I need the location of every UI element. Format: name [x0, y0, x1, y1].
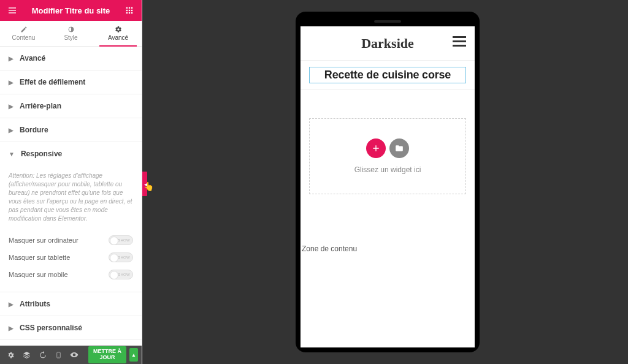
accordion-custom-css[interactable]: ▶ CSS personnalisé [0, 316, 142, 339]
accordion-label: CSS personnalisé [20, 324, 82, 332]
svg-rect-6 [126, 10, 128, 11]
menu-icon[interactable] [5, 3, 20, 18]
tab-content[interactable]: Contenu [0, 21, 47, 46]
accordion-attributes[interactable]: ▶ Attributs [0, 292, 142, 316]
hide-tablet-toggle[interactable]: SHOW [109, 252, 133, 262]
svg-rect-1 [9, 10, 16, 10]
accordion-border[interactable]: ▶ Bordure [0, 118, 142, 142]
hide-desktop-row: Masquer sur ordinateur SHOW [9, 232, 133, 249]
accordion-responsive-body: Attention: Les réglages d'affichage (aff… [0, 165, 142, 292]
editor-panel: Modifier Titre du site Contenu Style Ava… [0, 0, 142, 364]
svg-rect-5 [131, 7, 132, 9]
panel-footer: METTRE À JOUR ▲ [0, 346, 142, 364]
chevron-down-icon: ▼ [9, 151, 15, 157]
hide-desktop-toggle[interactable]: SHOW [109, 235, 133, 245]
tab-advanced-label: Avancé [108, 34, 128, 41]
chevron-right-icon: ▶ [9, 79, 13, 86]
accordion-label: Bordure [20, 126, 48, 134]
preview-icon[interactable] [67, 348, 81, 362]
chevron-right-icon: ▶ [9, 127, 13, 134]
tab-content-label: Contenu [12, 34, 36, 41]
add-widget-button[interactable] [366, 138, 386, 158]
tab-advanced[interactable]: Avancé [94, 21, 142, 46]
svg-rect-0 [9, 7, 16, 8]
accordion-label: Arrière-plan [20, 102, 61, 110]
svg-rect-3 [126, 7, 128, 9]
device-screen: Darkside Recette de cuisine corse Gliss [301, 26, 475, 347]
accordion-background[interactable]: ▶ Arrière-plan [0, 94, 142, 118]
panel-header: Modifier Titre du site [0, 0, 142, 21]
responsive-warning: Attention: Les réglages d'affichage (aff… [9, 172, 133, 223]
update-button[interactable]: METTRE À JOUR [88, 346, 126, 363]
history-icon[interactable] [36, 348, 49, 362]
dropzone-actions [366, 138, 409, 158]
accordion-responsive[interactable]: ▼ Responsive [0, 142, 142, 165]
navigator-icon[interactable] [20, 348, 33, 362]
panel-body: ▶ Avancé ▶ Effet de défilement ▶ Arrière… [0, 47, 142, 346]
device-speaker [301, 17, 475, 26]
svg-rect-7 [129, 10, 130, 11]
hide-tablet-label: Masquer sur tablette [9, 254, 70, 261]
dropzone-hint: Glissez un widget ici [354, 165, 421, 174]
settings-icon[interactable] [4, 348, 17, 362]
hide-mobile-row: Masquer sur mobile SHOW [9, 266, 133, 283]
accordion-scroll-effect[interactable]: ▶ Effet de défilement [0, 70, 142, 94]
chevron-right-icon: ▶ [9, 325, 13, 332]
panel-title: Modifier Titre du site [20, 6, 122, 15]
hide-mobile-toggle[interactable]: SHOW [109, 270, 133, 279]
page-title[interactable]: Recette de cuisine corse [309, 67, 466, 83]
accordion-label: Responsive [21, 150, 62, 158]
accordion-label: Attributs [20, 300, 50, 308]
panel-tabs: Contenu Style Avancé [0, 21, 142, 47]
hide-mobile-label: Masquer sur mobile [9, 271, 68, 278]
hide-tablet-row: Masquer sur tablette SHOW [9, 249, 133, 266]
site-header: Darkside [301, 26, 475, 61]
chevron-right-icon: ▶ [9, 55, 13, 62]
svg-rect-8 [131, 10, 132, 11]
template-library-button[interactable] [389, 138, 409, 158]
update-options-caret[interactable]: ▲ [129, 348, 138, 362]
accordion-label: Avancé [20, 54, 45, 63]
accordion-label: Effet de défilement [20, 78, 85, 86]
svg-rect-9 [126, 12, 128, 13]
hamburger-icon[interactable] [453, 36, 466, 47]
responsive-mode-icon[interactable] [52, 348, 65, 362]
chevron-right-icon: ▶ [9, 103, 13, 110]
chevron-right-icon: ▶ [9, 301, 13, 308]
apps-icon[interactable] [122, 3, 137, 18]
svg-rect-2 [9, 12, 16, 13]
hide-desktop-label: Masquer sur ordinateur [9, 237, 78, 244]
accordion-advanced[interactable]: ▶ Avancé [0, 47, 142, 70]
device-frame: Darkside Recette de cuisine corse Gliss [296, 12, 480, 352]
svg-rect-4 [129, 7, 130, 9]
tab-style[interactable]: Style [47, 21, 94, 46]
svg-rect-11 [131, 12, 132, 13]
content-zone-label: Zone de contenu [302, 245, 357, 253]
page-title-section: Recette de cuisine corse [301, 61, 475, 90]
site-brand: Darkside [361, 36, 414, 51]
svg-rect-10 [129, 12, 130, 13]
svg-point-14 [58, 357, 59, 357]
tab-style-label: Style [64, 34, 77, 41]
preview-area: Darkside Recette de cuisine corse Gliss [147, 0, 628, 364]
widget-dropzone[interactable]: Glissez un widget ici [309, 118, 466, 194]
